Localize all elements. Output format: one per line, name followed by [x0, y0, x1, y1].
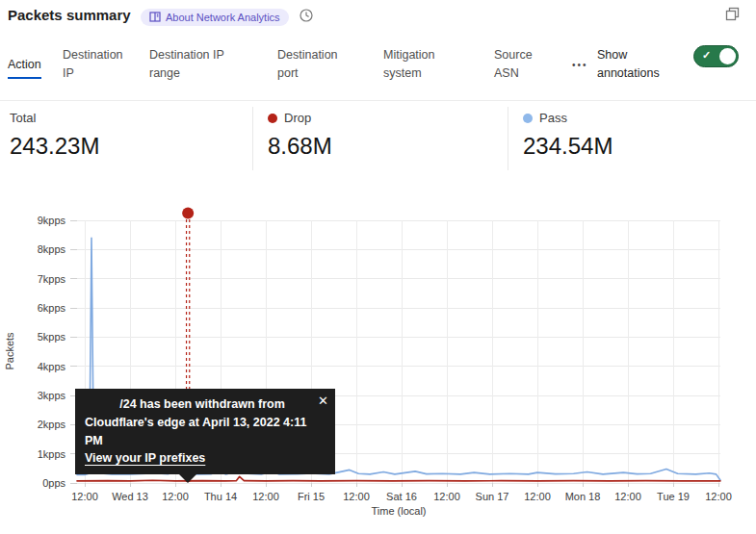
y-tick-label: 0pps [42, 477, 65, 489]
tab-destination-port[interactable]: Destination port [277, 46, 354, 84]
tooltip-line1: /24 has been withdrawn from [85, 395, 326, 414]
tab-action[interactable]: Action [8, 56, 41, 79]
toggle-knob [719, 48, 736, 64]
stat-pass-label: Pass [539, 111, 567, 125]
x-tick-label: 12:00 [162, 491, 189, 502]
stat-drop-label: Drop [284, 111, 311, 125]
stats-divider [508, 107, 508, 170]
x-tick-label: 12:00 [433, 491, 460, 502]
annotation-dot[interactable] [182, 208, 194, 219]
stats-divider [252, 107, 253, 170]
packets-summary-card: Packets summary About Network Analytics … [0, 0, 756, 534]
check-icon: ✓ [702, 49, 711, 62]
book-icon [149, 12, 161, 24]
stats-row: Total 243.23M Drop 8.68M Pass 234.54M [0, 100, 756, 178]
clock-icon[interactable] [299, 8, 314, 23]
close-icon[interactable]: ✕ [318, 392, 328, 411]
drop-legend-dot [268, 114, 277, 123]
tab-mitigation-system[interactable]: Mitigation system [383, 46, 456, 84]
dimension-tabs: Action Destination IP Destination IP ran… [0, 44, 756, 94]
stat-pass-value: 234.54M [523, 133, 613, 160]
show-annotations-toggle[interactable]: ✓ [693, 45, 739, 67]
x-axis-title: Time (local) [371, 505, 426, 517]
x-tick-label: Sun 17 [476, 491, 509, 502]
page-title: Packets summary [8, 7, 131, 23]
view-ip-prefixes-link[interactable]: View your IP prefixes [85, 449, 205, 468]
x-tick-label: Wed 13 [112, 491, 148, 502]
restore-window-icon[interactable] [725, 7, 741, 22]
x-tick-label: 12:00 [71, 491, 98, 502]
x-tick-label: Thu 14 [204, 491, 237, 502]
x-tick-label: 12:00 [524, 491, 551, 502]
tab-destination-ip-range[interactable]: Destination IP range [149, 46, 236, 84]
x-tick-label: 12:00 [252, 491, 279, 502]
series-line-drop [77, 476, 720, 481]
tab-destination-ip[interactable]: Destination IP [63, 46, 132, 84]
y-axis-title: Packets [4, 332, 15, 370]
x-tick-label: Sat 16 [386, 491, 417, 502]
y-tick-label: 1kpps [38, 448, 66, 460]
packets-chart: 0pps1kpps2kpps3kpps4kpps5kpps6kpps7kpps8… [0, 207, 756, 534]
y-tick-label: 3kpps [38, 390, 66, 401]
tooltip-line2: Cloudflare's edge at April 13, 2022 4:11… [85, 414, 326, 450]
show-annotations-label: Show annotations [597, 46, 674, 84]
stat-drop-value: 8.68M [268, 133, 332, 160]
pass-legend-dot [523, 114, 533, 123]
stat-total-label: Total [10, 111, 36, 125]
y-tick-label: 9kpps [38, 215, 66, 226]
stat-total-value: 243.23M [10, 133, 99, 160]
y-tick-label: 8kpps [38, 243, 66, 255]
annotation-tooltip: ✕ /24 has been withdrawn from Cloudflare… [75, 389, 335, 474]
x-tick-label: Mon 18 [565, 491, 601, 502]
x-tick-label: 12:00 [614, 491, 641, 502]
y-tick-label: 2kpps [38, 419, 66, 430]
packets-chart-svg: 0pps1kpps2kpps3kpps4kpps5kpps6kpps7kpps8… [0, 207, 756, 534]
about-network-analytics-badge[interactable]: About Network Analytics [141, 9, 289, 26]
tab-source-asn[interactable]: Source ASN [494, 46, 542, 84]
x-tick-label: 12:00 [705, 491, 732, 502]
more-tabs-button[interactable]: ••• [572, 60, 588, 70]
x-tick-label: Fri 15 [298, 491, 325, 502]
stat-drop: Drop 8.68M [268, 111, 332, 160]
y-tick-label: 6kpps [38, 302, 66, 314]
x-tick-label: Tue 19 [657, 491, 690, 502]
stat-pass: Pass 234.54M [523, 111, 613, 160]
stat-total: Total 243.23M [10, 111, 99, 160]
y-tick-label: 4kpps [38, 361, 66, 372]
badge-label: About Network Analytics [166, 12, 280, 23]
x-tick-label: 12:00 [343, 491, 370, 502]
y-tick-label: 5kpps [38, 331, 66, 343]
y-tick-label: 7kpps [38, 273, 66, 285]
